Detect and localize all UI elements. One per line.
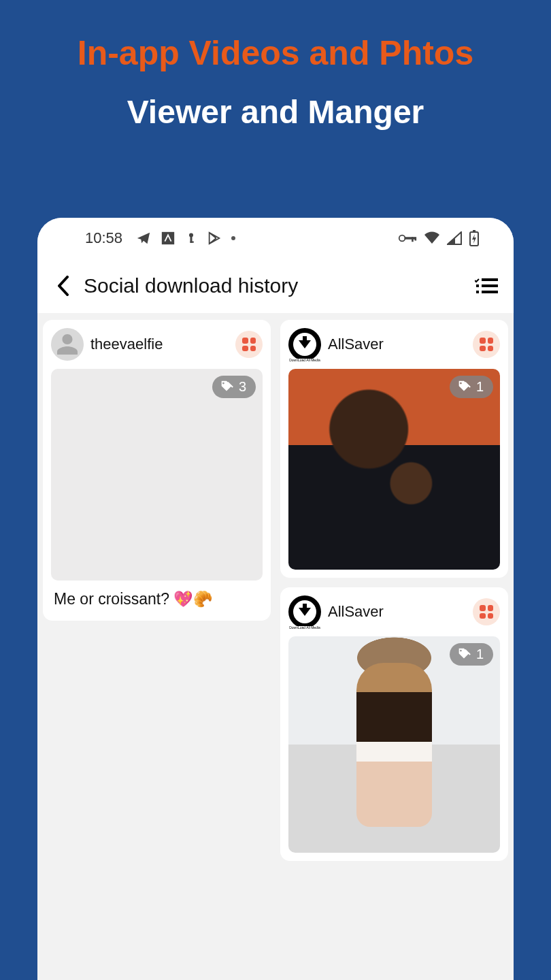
back-button[interactable] [51, 274, 76, 298]
media-thumbnail[interactable]: 3 [51, 369, 263, 581]
svg-rect-3 [190, 242, 194, 243]
media-thumbnail[interactable]: 1 [288, 369, 500, 570]
svg-rect-11 [476, 284, 479, 287]
content-grid: theevaelfie 3 Me or croissant? 💖🥐 [37, 313, 514, 868]
tag-count-badge: 3 [212, 376, 256, 398]
card-header: DownLoad All Media AllSaver [288, 595, 500, 628]
svg-rect-10 [482, 278, 498, 281]
grid-view-icon[interactable] [235, 331, 263, 358]
view-options-button[interactable] [473, 272, 500, 299]
download-card[interactable]: DownLoad All Media AllSaver 1 [280, 320, 508, 578]
download-arrow-icon [299, 608, 311, 616]
page-title: Social download history [84, 274, 465, 297]
svg-point-4 [399, 235, 405, 242]
avatar-sublabel: DownLoad All Media [288, 359, 322, 363]
svg-rect-6 [412, 237, 414, 242]
play-store-icon [207, 231, 222, 246]
phone-frame: 10:58 [37, 218, 514, 980]
content-column-left: theevaelfie 3 Me or croissant? 💖🥐 [43, 320, 271, 861]
svg-rect-14 [482, 291, 498, 293]
avatar[interactable] [51, 328, 84, 361]
avatar[interactable]: DownLoad All Media [288, 328, 321, 361]
tag-count-badge: 1 [450, 643, 493, 666]
app-header: Social download history [37, 259, 514, 313]
status-bar-right [398, 230, 480, 246]
battery-icon [469, 230, 480, 246]
svg-rect-7 [415, 237, 417, 240]
telegram-icon [136, 231, 151, 246]
key-icon [185, 231, 197, 246]
avatar[interactable]: DownLoad All Media [288, 595, 321, 628]
svg-rect-9 [473, 230, 475, 232]
cell-signal-icon [447, 231, 462, 245]
tag-count-badge: 1 [450, 376, 493, 398]
status-bar-left: 10:58 [85, 229, 235, 247]
tag-count: 3 [239, 379, 246, 395]
username[interactable]: AllSaver [328, 336, 466, 353]
grid-view-icon[interactable] [473, 331, 500, 358]
grid-view-icon[interactable] [473, 598, 500, 625]
tag-count: 1 [476, 379, 484, 395]
svg-point-1 [189, 233, 193, 238]
vpn-key-icon [398, 232, 417, 244]
svg-rect-13 [476, 291, 479, 293]
status-time: 10:58 [85, 229, 122, 247]
promo-line-2: Viewer and Manger [0, 93, 551, 132]
tag-count: 1 [476, 647, 484, 662]
content-column-right: DownLoad All Media AllSaver 1 Down [280, 320, 508, 861]
promo-heading: In-app Videos and Phtos Viewer and Mange… [0, 0, 551, 132]
download-card[interactable]: DownLoad All Media AllSaver 1 [280, 587, 508, 860]
svg-rect-5 [405, 237, 416, 240]
username[interactable]: AllSaver [328, 603, 466, 621]
username[interactable]: theevaelfie [90, 336, 229, 353]
card-header: theevaelfie [51, 328, 263, 361]
caption: Me or croissant? 💖🥐 [51, 590, 263, 612]
download-arrow-icon [299, 340, 311, 348]
download-card[interactable]: theevaelfie 3 Me or croissant? 💖🥐 [43, 320, 271, 621]
app-icon-square [161, 231, 176, 246]
media-thumbnail[interactable]: 1 [288, 636, 500, 852]
svg-rect-12 [482, 284, 498, 287]
status-bar: 10:58 [37, 218, 514, 259]
card-header: DownLoad All Media AllSaver [288, 328, 500, 361]
status-dot-icon [231, 236, 235, 240]
avatar-sublabel: DownLoad All Media [288, 626, 322, 630]
promo-line-1: In-app Videos and Phtos [0, 33, 551, 74]
wifi-icon [424, 231, 440, 245]
